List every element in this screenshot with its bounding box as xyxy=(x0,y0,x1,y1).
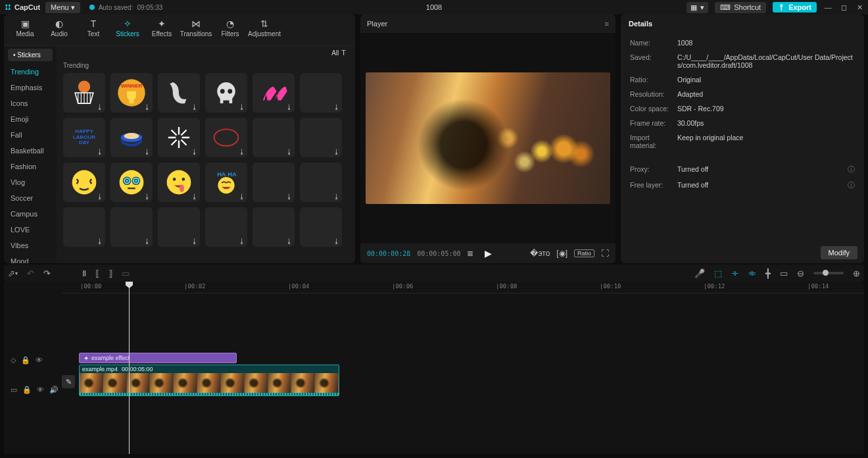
sticker-item[interactable]: ⭳ xyxy=(63,207,105,247)
eye-icon[interactable]: 👁 xyxy=(36,356,43,364)
cat-vibes[interactable]: Vibes xyxy=(4,238,57,253)
sticker-item[interactable]: ⭳ xyxy=(300,73,342,113)
autosave-status: Auto saved: 09:05:33 xyxy=(89,4,163,11)
play-button[interactable]: ▶ xyxy=(485,248,492,259)
sticker-item[interactable]: ⭳ xyxy=(205,118,247,157)
tab-media[interactable]: ▣Media xyxy=(8,17,42,45)
sticker-item[interactable]: ⭳ xyxy=(158,163,200,202)
sticker-item[interactable]: HAHA⭳ xyxy=(205,163,247,202)
delete-icon[interactable]: ▭ xyxy=(122,268,130,278)
track-edit-button[interactable]: ✎ xyxy=(62,375,75,388)
split-icon[interactable]: Ⅱ xyxy=(82,268,86,278)
sticker-item[interactable]: ⭳ xyxy=(63,163,105,202)
cat-mood[interactable]: Mood xyxy=(4,253,57,263)
sticker-item[interactable]: ⭳ xyxy=(300,118,342,157)
effect-clip[interactable]: ✦ example effect xyxy=(79,353,237,363)
speaker-icon[interactable]: 🔊 xyxy=(49,386,59,394)
cat-love[interactable]: LOVE xyxy=(4,222,57,238)
sticker-item[interactable]: ⭳ xyxy=(158,207,200,247)
tab-filters[interactable]: ◔Filters xyxy=(213,17,247,45)
cat-stickers-root[interactable]: • Stickers xyxy=(8,49,53,61)
sticker-item[interactable]: ⭳ xyxy=(205,207,247,247)
sticker-item[interactable]: ⭳ xyxy=(253,73,295,113)
close-button[interactable]: ✕ xyxy=(855,3,864,12)
sticker-item[interactable]: ⭳ xyxy=(110,207,153,247)
tab-adjustment[interactable]: ⇅Adjustment xyxy=(247,17,281,45)
mute-track-icon[interactable]: ▭ xyxy=(11,386,17,394)
video-clip-duration: 00:00:05:00 xyxy=(122,366,153,372)
minimize-button[interactable]: — xyxy=(823,3,832,12)
download-icon: ⭳ xyxy=(97,148,103,155)
lock-icon[interactable]: 🔒 xyxy=(22,386,32,394)
sticker-item[interactable]: ⭳ xyxy=(253,163,295,202)
sticker-item[interactable]: ⭳ xyxy=(253,207,295,247)
sticker-item[interactable]: WINNER⭳ xyxy=(110,73,153,113)
cat-trending[interactable]: Trending xyxy=(4,64,57,80)
stickers-all-tab[interactable]: AllT xyxy=(331,49,346,57)
timecode-duration: 00:00:05:00 xyxy=(417,250,460,257)
link-icon[interactable]: ⟚ xyxy=(748,268,756,278)
cat-soccer[interactable]: Soccer xyxy=(4,190,57,206)
zoom-in-icon[interactable]: ⊕ xyxy=(853,268,860,278)
sticker-item[interactable]: ⭳ xyxy=(300,207,342,247)
sticker-item[interactable]: ⭳ xyxy=(253,118,295,157)
info-icon[interactable]: ⓘ xyxy=(848,165,855,174)
lock-icon[interactable]: 🔒 xyxy=(21,356,30,365)
info-icon[interactable]: ⓘ xyxy=(848,181,855,190)
cat-emoji[interactable]: Emoji xyxy=(4,111,57,127)
zoom-out-icon[interactable]: ⊖ xyxy=(797,268,804,278)
cat-campus[interactable]: Campus xyxy=(4,206,57,222)
undo-icon[interactable]: ↶ xyxy=(27,268,34,278)
diamond-icon[interactable]: ◇ xyxy=(11,356,16,365)
sticker-item[interactable]: HAPPYLABOURDAY⭳ xyxy=(63,118,105,157)
split-left-icon[interactable]: ⟦ xyxy=(95,268,99,278)
player-menu-icon[interactable]: ≡ xyxy=(605,20,609,28)
tab-transitions[interactable]: ⋈Transitions xyxy=(179,17,213,45)
player-viewport[interactable] xyxy=(360,33,615,243)
sticker-item[interactable]: ⭳ xyxy=(110,163,153,202)
preview-axis-icon[interactable]: ╋ xyxy=(765,268,771,278)
sticker-item[interactable]: ⭳ xyxy=(205,73,247,113)
snapshot-icon[interactable]: �это xyxy=(530,249,550,258)
sticker-item[interactable]: ⭳ xyxy=(110,118,153,157)
compare-icon[interactable]: ≣ xyxy=(467,249,473,258)
sticker-item[interactable]: ⭳ xyxy=(158,118,200,157)
snapshot-icon[interactable]: [◉] xyxy=(556,249,567,258)
playhead[interactable] xyxy=(129,283,130,454)
cat-emphasis[interactable]: Emphasis xyxy=(4,80,57,95)
split-right-icon[interactable]: ⟧ xyxy=(108,268,112,278)
cat-fashion[interactable]: Fashion xyxy=(4,159,57,174)
tab-text[interactable]: TText xyxy=(76,17,110,45)
export-button[interactable]: ⭱Export xyxy=(773,2,817,13)
redo-icon[interactable]: ↷ xyxy=(43,268,51,278)
preview-track-icon[interactable]: ▭ xyxy=(780,268,788,278)
zoom-slider[interactable] xyxy=(813,272,844,274)
sticker-item[interactable]: ⭳ xyxy=(300,163,342,202)
cat-basketball[interactable]: Basketball xyxy=(4,143,57,159)
layout-switch-button[interactable]: ▦▾ xyxy=(687,2,708,13)
timeline[interactable]: |00:00 |00:02 |00:04 |00:06 |00:08 |00:1… xyxy=(4,282,864,454)
shortcut-button[interactable]: ⌨Shortcut xyxy=(715,2,766,13)
cat-icons[interactable]: Icons xyxy=(4,95,57,111)
tab-stickers[interactable]: ✧Stickers xyxy=(110,17,145,45)
mic-record-icon[interactable]: 🎤 xyxy=(694,268,705,278)
menu-button[interactable]: Menu▾ xyxy=(45,2,80,13)
tab-audio[interactable]: ◐Audio xyxy=(42,17,76,45)
cat-vlog[interactable]: Vlog xyxy=(4,174,57,190)
eye-icon[interactable]: 👁 xyxy=(37,386,44,394)
fullscreen-icon[interactable]: ⛶ xyxy=(601,249,609,258)
upload-icon: ⭱ xyxy=(778,3,785,11)
video-clip[interactable]: example.mp4 00:00:05:00 xyxy=(79,365,339,396)
tab-effects[interactable]: ✦Effects xyxy=(145,17,179,45)
snap-icon[interactable]: ⟛ xyxy=(731,268,739,278)
sticker-item[interactable]: ⭳ xyxy=(63,73,105,113)
svg-point-10 xyxy=(120,170,144,195)
magnet-on-icon[interactable]: ⬚ xyxy=(714,268,722,278)
time-ruler[interactable]: |00:00 |00:02 |00:04 |00:06 |00:08 |00:1… xyxy=(62,282,864,293)
modify-button[interactable]: Modify xyxy=(821,246,857,259)
maximize-button[interactable]: ◻ xyxy=(839,3,848,12)
selection-tool-icon[interactable]: ⬀▾ xyxy=(8,268,18,278)
cat-fall[interactable]: Fall xyxy=(4,127,57,143)
ratio-button[interactable]: Ratio xyxy=(574,249,594,257)
sticker-item[interactable]: ⭳ xyxy=(158,73,200,113)
